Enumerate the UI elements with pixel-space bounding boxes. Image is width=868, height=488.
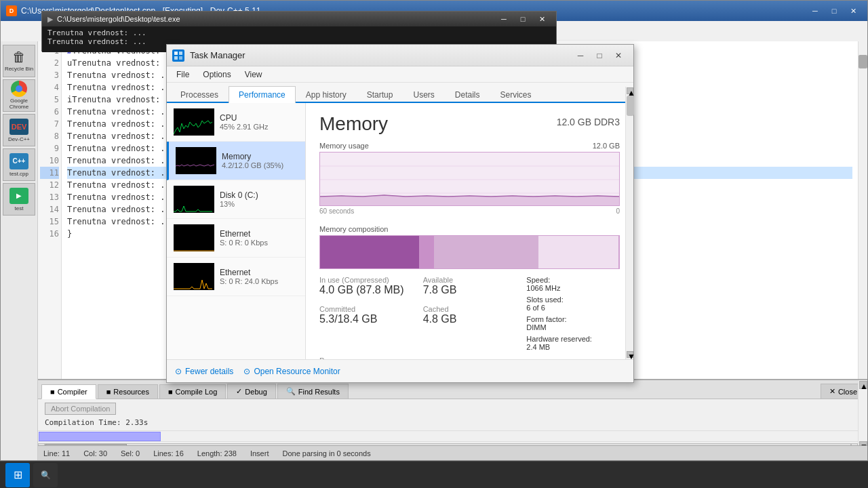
status-lines: Lines: 16	[153, 449, 184, 458]
memory-stats-grid: In use (Compressed) 4.0 GB (87.8 MB) Com…	[319, 276, 620, 351]
compilation-time: Compilation Time: 2.33s	[45, 418, 861, 427]
cpu-resource-info: CPU 45% 2.91 GHz	[220, 113, 298, 131]
tm-app-icon	[172, 49, 184, 62]
editor-scrollbar[interactable]	[858, 41, 867, 379]
open-monitor-label: Open Resource Monitor	[254, 367, 340, 376]
compile-output-area: Abort Compilation Compilation Time: 2.33…	[38, 399, 867, 430]
svg-rect-0	[174, 52, 178, 55]
tm-menu-options[interactable]: Options	[196, 68, 237, 81]
console-titlebar: ▶ C:\Users\mistergold\Desktop\test.exe ─…	[42, 12, 556, 26]
tab-compiler[interactable]: ■ Compiler	[41, 384, 96, 399]
tm-title: Task Manager	[190, 50, 245, 60]
ethernet1-label: Ethernet	[220, 229, 298, 239]
progress-bar-area	[38, 430, 858, 441]
resource-item-cpu[interactable]: CPU 45% 2.91 GHz	[167, 103, 305, 142]
taskbar: ⊞ 🔍	[0, 461, 868, 488]
resource-item-ethernet2[interactable]: Ethernet S: 0 R: 24.0 Kbps	[167, 258, 305, 296]
seg-free	[538, 236, 619, 268]
cpu-label: CPU	[220, 113, 298, 123]
status-line: Line: 11	[43, 449, 70, 458]
hw-reserved-label: Hardware reserved:	[526, 335, 620, 343]
open-resource-monitor-link[interactable]: ⊙ Open Resource Monitor	[243, 367, 340, 376]
status-done: Done parsing in 0 seconds	[282, 449, 370, 458]
more-content-indicator: Page...	[319, 357, 620, 359]
disk-mini-graph	[174, 186, 214, 213]
tm-maximize-button[interactable]: □	[590, 47, 609, 64]
memory-resource-info: Memory 4.2/12.0 GB (35%)	[222, 152, 298, 169]
test-cpp-label: test.cpp	[9, 171, 28, 177]
stat-form: Form factor: DIMM	[526, 315, 620, 331]
sidebar-icon-test-exe[interactable]: ▶ test	[3, 183, 35, 216]
console-icon: ▶	[47, 15, 53, 24]
time-label: 60 seconds	[319, 207, 354, 215]
stat-in-use: In use (Compressed) 4.0 GB (87.8 MB)	[319, 276, 413, 296]
form-label: Form factor:	[526, 315, 620, 323]
ethernet1-value: S: 0 R: 0 Kbps	[220, 239, 298, 247]
desktop: D C:\Users\mistergold\Desktop\test.cpp -…	[0, 0, 868, 488]
maximize-button[interactable]: □	[825, 4, 843, 18]
tm-win-controls: ─ □ ✕	[571, 47, 628, 64]
devcpp-sidebar-label: Dev-C++	[8, 136, 30, 142]
tab-performance[interactable]: Performance	[229, 86, 296, 103]
console-minimize[interactable]: ─	[495, 12, 513, 26]
tab-users[interactable]: Users	[403, 86, 444, 103]
resource-item-ethernet1[interactable]: Ethernet S: 0 R: 0 Kbps	[167, 219, 305, 258]
cached-value: 4.8 GB	[423, 313, 517, 325]
seg-standby	[434, 236, 538, 268]
minimize-button[interactable]: ─	[806, 4, 824, 18]
svg-rect-1	[179, 52, 182, 55]
sidebar-icon-chrome[interactable]: Google Chrome	[3, 79, 35, 112]
tab-app-history[interactable]: App history	[296, 86, 357, 103]
form-value: DIMM	[526, 323, 620, 331]
tm-minimize-button[interactable]: ─	[571, 47, 590, 64]
sidebar-icon-devcpp[interactable]: DEV Dev-C++	[3, 114, 35, 146]
sidebar-icon-test-cpp[interactable]: C++ test.cpp	[3, 148, 35, 181]
composition-section: Memory composition	[319, 225, 620, 269]
scroll-up-btn[interactable]: ▲	[859, 381, 867, 389]
resource-item-disk[interactable]: Disk 0 (C:) 13%	[167, 180, 305, 219]
tm-menu-view[interactable]: View	[238, 68, 269, 81]
tab-startup[interactable]: Startup	[357, 86, 403, 103]
composition-bar	[319, 235, 620, 269]
memory-title: Memory	[319, 113, 388, 135]
tab-services[interactable]: Services	[490, 86, 542, 103]
disk-value: 13%	[220, 200, 298, 208]
tab-details[interactable]: Details	[445, 86, 490, 103]
memory-mini-graph	[176, 147, 216, 174]
sidebar-icon-recycle-bin[interactable]: 🗑 Recycle Bin	[3, 45, 35, 77]
tab-find-results[interactable]: 🔍 Find Results	[277, 384, 349, 399]
tm-scroll-down[interactable]: ▼	[627, 351, 633, 358]
ethernet2-label: Ethernet	[220, 268, 298, 277]
compile-output-text: Abort Compilation	[45, 403, 861, 415]
abort-compilation-button[interactable]: Abort Compilation	[45, 403, 116, 415]
committed-label: Committed	[319, 305, 413, 313]
tab-compile-log[interactable]: ■ Compile Log	[159, 384, 226, 399]
status-sel: Sel: 0	[121, 449, 140, 458]
tab-resources[interactable]: ■ Resources	[98, 384, 158, 399]
taskbar-search[interactable]: 🔍	[33, 463, 58, 487]
console-maximize[interactable]: □	[514, 12, 532, 26]
resource-item-memory[interactable]: Memory 4.2/12.0 GB (35%)	[167, 142, 305, 180]
disk-label: Disk 0 (C:)	[220, 190, 298, 200]
start-button[interactable]: ⊞	[5, 463, 30, 487]
disk-resource-info: Disk 0 (C:) 13%	[220, 190, 298, 208]
close-button[interactable]: ✕	[844, 4, 862, 18]
close-panel-icon: ✕	[829, 387, 835, 396]
console-close[interactable]: ✕	[533, 12, 551, 26]
tm-close-button[interactable]: ✕	[609, 47, 628, 64]
devcpp-app-icon: D	[6, 5, 17, 16]
resources-icon: ■	[106, 388, 111, 396]
tm-scrollbar[interactable]: ▲ ▼	[625, 103, 633, 359]
seg-modified	[419, 236, 434, 268]
taskbar-items: ⊞ 🔍	[0, 463, 63, 487]
tab-debug[interactable]: ✓ Debug	[227, 384, 275, 399]
cpu-mini-graph	[174, 108, 214, 136]
bottom-vscrollbar[interactable]: ▲ ▼	[858, 380, 867, 451]
ethernet2-value: S: 0 R: 24.0 Kbps	[220, 277, 298, 285]
tab-processes[interactable]: Processes	[170, 86, 229, 103]
stat-cached: Cached 4.8 GB	[423, 305, 517, 325]
fewer-details-link[interactable]: ⊙ Fewer details	[175, 367, 233, 376]
tm-menu-file[interactable]: File	[170, 68, 196, 81]
stat-speed: Speed: 1066 MHz	[526, 276, 620, 292]
speed-value: 1066 MHz	[526, 284, 620, 292]
